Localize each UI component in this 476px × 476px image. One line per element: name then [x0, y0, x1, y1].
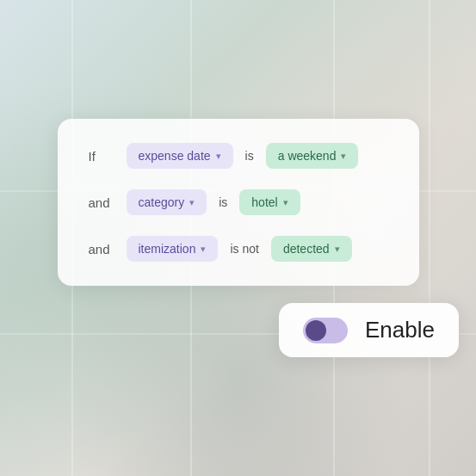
chevron-icon-1: ▾ — [216, 151, 221, 162]
chevron-icon-3: ▾ — [189, 197, 195, 208]
value-weekend[interactable]: a weekend ▾ — [266, 143, 359, 169]
field-itemization-label: itemization — [139, 242, 196, 256]
field-category[interactable]: category ▾ — [127, 189, 207, 215]
chevron-icon-4: ▾ — [283, 197, 288, 208]
rule-row-3: and itemization ▾ is not detected ▾ — [89, 236, 388, 262]
rule-card: If expense date ▾ is a weekend ▾ and cat… — [58, 119, 419, 286]
value-detected[interactable]: detected ▾ — [271, 236, 352, 262]
value-hotel-label: hotel — [251, 195, 277, 209]
enable-toggle[interactable] — [303, 318, 348, 343]
field-category-label: category — [139, 195, 185, 209]
value-weekend-label: a weekend — [278, 149, 337, 163]
connector-and-1: and — [89, 195, 116, 210]
enable-label: Enable — [365, 317, 435, 343]
operator-is-2: is — [217, 195, 229, 209]
enable-card: Enable — [279, 303, 459, 357]
chevron-icon-5: ▾ — [201, 244, 206, 255]
value-detected-label: detected — [283, 242, 330, 256]
field-itemization[interactable]: itemization ▾ — [127, 236, 219, 262]
operator-is-not: is not — [228, 242, 260, 256]
chevron-icon-2: ▾ — [341, 151, 346, 162]
value-hotel[interactable]: hotel ▾ — [239, 189, 300, 215]
chevron-icon-6: ▾ — [335, 244, 340, 255]
toggle-knob — [306, 320, 326, 341]
rule-row-1: If expense date ▾ is a weekend ▾ — [89, 143, 388, 169]
rule-row-2: and category ▾ is hotel ▾ — [89, 189, 388, 215]
operator-is-1: is — [244, 149, 256, 163]
content-area: If expense date ▾ is a weekend ▾ and cat… — [0, 0, 476, 476]
connector-and-2: and — [89, 242, 116, 257]
field-expense-date[interactable]: expense date ▾ — [127, 143, 233, 169]
connector-if: If — [89, 149, 116, 164]
field-expense-date-label: expense date — [139, 149, 211, 163]
